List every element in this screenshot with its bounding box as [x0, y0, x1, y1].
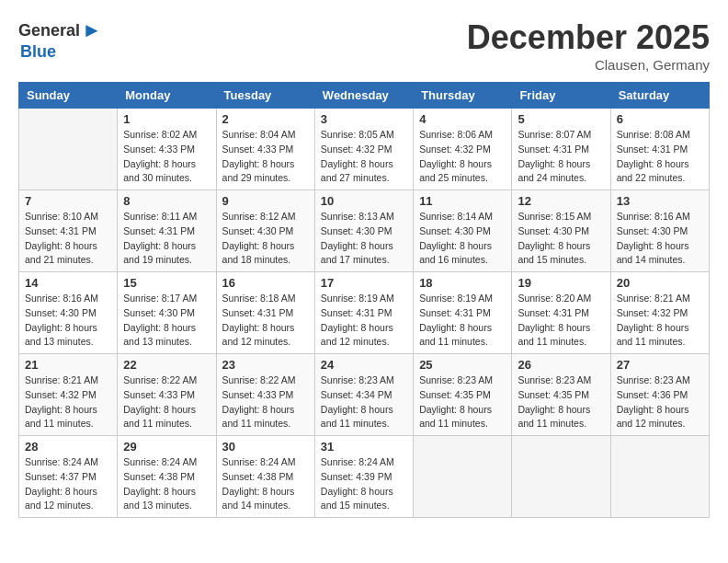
day-number: 11: [419, 194, 506, 208]
calendar-cell: [19, 109, 118, 190]
day-info: Sunrise: 8:11 AMSunset: 4:31 PMDaylight:…: [123, 210, 210, 268]
day-info: Sunrise: 8:16 AMSunset: 4:30 PMDaylight:…: [25, 292, 111, 350]
calendar-cell: 2Sunrise: 8:04 AMSunset: 4:33 PMDaylight…: [216, 109, 314, 190]
day-info: Sunrise: 8:18 AMSunset: 4:31 PMDaylight:…: [222, 292, 309, 350]
calendar-cell: 29Sunrise: 8:24 AMSunset: 4:38 PMDayligh…: [118, 436, 216, 518]
calendar-cell: 9Sunrise: 8:12 AMSunset: 4:30 PMDaylight…: [216, 190, 314, 272]
day-number: 3: [321, 112, 407, 126]
calendar-cell: [610, 436, 709, 518]
calendar-cell: 14Sunrise: 8:16 AMSunset: 4:30 PMDayligh…: [19, 272, 118, 354]
day-number: 22: [123, 358, 210, 372]
day-number: 27: [617, 358, 703, 372]
page-header: General ► Blue December 2025 Clausen, Ge…: [18, 18, 710, 73]
logo: General ► Blue: [18, 18, 102, 62]
location: Clausen, Germany: [467, 57, 710, 73]
calendar-week-row: 28Sunrise: 8:24 AMSunset: 4:37 PMDayligh…: [19, 436, 710, 518]
day-info: Sunrise: 8:20 AMSunset: 4:31 PMDaylight:…: [518, 292, 604, 350]
calendar-cell: 11Sunrise: 8:14 AMSunset: 4:30 PMDayligh…: [414, 190, 512, 272]
calendar-week-row: 21Sunrise: 8:21 AMSunset: 4:32 PMDayligh…: [19, 354, 710, 436]
day-number: 9: [222, 194, 309, 208]
day-info: Sunrise: 8:22 AMSunset: 4:33 PMDaylight:…: [123, 373, 210, 431]
day-number: 16: [222, 276, 309, 290]
weekday-header-wednesday: Wednesday: [314, 83, 413, 109]
day-info: Sunrise: 8:23 AMSunset: 4:35 PMDaylight:…: [419, 373, 506, 431]
calendar-cell: 15Sunrise: 8:17 AMSunset: 4:30 PMDayligh…: [118, 272, 216, 354]
day-number: 23: [222, 358, 309, 372]
calendar-cell: 3Sunrise: 8:05 AMSunset: 4:32 PMDaylight…: [314, 109, 413, 190]
day-number: 1: [123, 112, 210, 126]
day-info: Sunrise: 8:15 AMSunset: 4:30 PMDaylight:…: [518, 210, 604, 268]
day-number: 18: [419, 276, 506, 290]
day-number: 31: [321, 440, 407, 454]
calendar-cell: 25Sunrise: 8:23 AMSunset: 4:35 PMDayligh…: [414, 354, 512, 436]
calendar-cell: [512, 436, 610, 518]
calendar-cell: 16Sunrise: 8:18 AMSunset: 4:31 PMDayligh…: [216, 272, 314, 354]
calendar-cell: 28Sunrise: 8:24 AMSunset: 4:37 PMDayligh…: [19, 436, 118, 518]
day-number: 4: [419, 112, 506, 126]
weekday-header-saturday: Saturday: [610, 83, 709, 109]
day-info: Sunrise: 8:24 AMSunset: 4:37 PMDaylight:…: [25, 455, 111, 513]
calendar-cell: 30Sunrise: 8:24 AMSunset: 4:38 PMDayligh…: [216, 436, 314, 518]
calendar-cell: 31Sunrise: 8:24 AMSunset: 4:39 PMDayligh…: [314, 436, 413, 518]
day-info: Sunrise: 8:04 AMSunset: 4:33 PMDaylight:…: [222, 128, 309, 186]
day-info: Sunrise: 8:23 AMSunset: 4:35 PMDaylight:…: [518, 373, 604, 431]
calendar-cell: 20Sunrise: 8:21 AMSunset: 4:32 PMDayligh…: [610, 272, 709, 354]
day-info: Sunrise: 8:06 AMSunset: 4:32 PMDaylight:…: [419, 128, 506, 186]
calendar-cell: 17Sunrise: 8:19 AMSunset: 4:31 PMDayligh…: [314, 272, 413, 354]
day-number: 5: [518, 112, 604, 126]
day-info: Sunrise: 8:24 AMSunset: 4:38 PMDaylight:…: [123, 455, 210, 513]
day-number: 14: [25, 276, 111, 290]
calendar-cell: [414, 436, 512, 518]
day-number: 17: [321, 276, 407, 290]
day-number: 7: [25, 194, 111, 208]
title-block: December 2025 Clausen, Germany: [467, 18, 710, 73]
calendar-cell: 24Sunrise: 8:23 AMSunset: 4:34 PMDayligh…: [314, 354, 413, 436]
day-info: Sunrise: 8:17 AMSunset: 4:30 PMDaylight:…: [123, 292, 210, 350]
day-info: Sunrise: 8:07 AMSunset: 4:31 PMDaylight:…: [518, 128, 604, 186]
day-info: Sunrise: 8:22 AMSunset: 4:33 PMDaylight:…: [222, 373, 309, 431]
day-number: 6: [617, 112, 703, 126]
weekday-header-thursday: Thursday: [414, 83, 512, 109]
day-number: 24: [321, 358, 407, 372]
day-number: 2: [222, 112, 309, 126]
day-info: Sunrise: 8:10 AMSunset: 4:31 PMDaylight:…: [25, 210, 111, 268]
calendar-cell: 13Sunrise: 8:16 AMSunset: 4:30 PMDayligh…: [610, 190, 709, 272]
day-number: 26: [518, 358, 604, 372]
calendar-cell: 23Sunrise: 8:22 AMSunset: 4:33 PMDayligh…: [216, 354, 314, 436]
day-info: Sunrise: 8:24 AMSunset: 4:39 PMDaylight:…: [321, 455, 407, 513]
day-number: 21: [25, 358, 111, 372]
calendar-cell: 1Sunrise: 8:02 AMSunset: 4:33 PMDaylight…: [118, 109, 216, 190]
calendar-body: 1Sunrise: 8:02 AMSunset: 4:33 PMDaylight…: [19, 109, 710, 518]
calendar-header-row: SundayMondayTuesdayWednesdayThursdayFrid…: [19, 83, 710, 109]
calendar-week-row: 7Sunrise: 8:10 AMSunset: 4:31 PMDaylight…: [19, 190, 710, 272]
day-number: 28: [25, 440, 111, 454]
calendar-cell: 19Sunrise: 8:20 AMSunset: 4:31 PMDayligh…: [512, 272, 610, 354]
weekday-header-tuesday: Tuesday: [216, 83, 314, 109]
calendar-week-row: 1Sunrise: 8:02 AMSunset: 4:33 PMDaylight…: [19, 109, 710, 190]
calendar-cell: 27Sunrise: 8:23 AMSunset: 4:36 PMDayligh…: [610, 354, 709, 436]
day-info: Sunrise: 8:21 AMSunset: 4:32 PMDaylight:…: [617, 292, 703, 350]
calendar-cell: 5Sunrise: 8:07 AMSunset: 4:31 PMDaylight…: [512, 109, 610, 190]
logo-general-text: General: [18, 21, 80, 40]
day-info: Sunrise: 8:19 AMSunset: 4:31 PMDaylight:…: [321, 292, 407, 350]
weekday-header-friday: Friday: [512, 83, 610, 109]
day-number: 10: [321, 194, 407, 208]
day-number: 15: [123, 276, 210, 290]
weekday-header-sunday: Sunday: [19, 83, 118, 109]
calendar-cell: 12Sunrise: 8:15 AMSunset: 4:30 PMDayligh…: [512, 190, 610, 272]
calendar-cell: 4Sunrise: 8:06 AMSunset: 4:32 PMDaylight…: [414, 109, 512, 190]
calendar-week-row: 14Sunrise: 8:16 AMSunset: 4:30 PMDayligh…: [19, 272, 710, 354]
calendar-table: SundayMondayTuesdayWednesdayThursdayFrid…: [18, 82, 710, 518]
day-info: Sunrise: 8:02 AMSunset: 4:33 PMDaylight:…: [123, 128, 210, 186]
weekday-header-monday: Monday: [118, 83, 216, 109]
day-info: Sunrise: 8:21 AMSunset: 4:32 PMDaylight:…: [25, 373, 111, 431]
day-number: 25: [419, 358, 506, 372]
day-number: 20: [617, 276, 703, 290]
calendar-cell: 7Sunrise: 8:10 AMSunset: 4:31 PMDaylight…: [19, 190, 118, 272]
day-info: Sunrise: 8:23 AMSunset: 4:34 PMDaylight:…: [321, 373, 407, 431]
day-info: Sunrise: 8:24 AMSunset: 4:38 PMDaylight:…: [222, 455, 309, 513]
calendar-cell: 8Sunrise: 8:11 AMSunset: 4:31 PMDaylight…: [118, 190, 216, 272]
calendar-cell: 10Sunrise: 8:13 AMSunset: 4:30 PMDayligh…: [314, 190, 413, 272]
day-info: Sunrise: 8:16 AMSunset: 4:30 PMDaylight:…: [617, 210, 703, 268]
calendar-cell: 21Sunrise: 8:21 AMSunset: 4:32 PMDayligh…: [19, 354, 118, 436]
